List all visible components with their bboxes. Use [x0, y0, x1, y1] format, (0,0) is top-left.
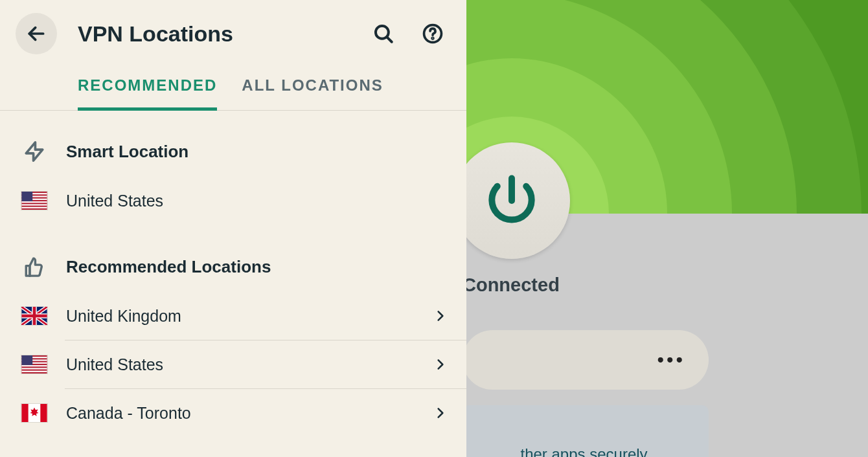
- location-name: United Kingdom: [66, 307, 433, 326]
- chevron-right-icon: [433, 357, 448, 372]
- svg-rect-25: [21, 371, 47, 372]
- svg-rect-28: [21, 404, 28, 422]
- main-app-panel: Connected ••• ther apps securely.: [466, 0, 868, 457]
- thumbs-up-icon: [21, 256, 48, 278]
- smart-location-item[interactable]: United States: [0, 177, 466, 225]
- panel-header: VPN Locations: [0, 0, 466, 65]
- svg-rect-23: [21, 365, 47, 366]
- location-item-uk[interactable]: United Kingdom: [0, 292, 466, 340]
- connection-status: Connected: [466, 274, 560, 296]
- location-item-ca[interactable]: Canada - Toronto: [0, 389, 466, 437]
- svg-rect-18: [21, 315, 47, 318]
- svg-rect-12: [21, 207, 47, 208]
- header-actions: [371, 21, 446, 47]
- locations-panel: VPN Locations RECOMMENDED ALL LOCATIONS …: [0, 0, 466, 457]
- svg-marker-5: [26, 142, 43, 161]
- chevron-right-icon: [433, 405, 448, 421]
- svg-rect-13: [21, 192, 32, 201]
- tab-all-locations[interactable]: ALL LOCATIONS: [242, 76, 383, 110]
- location-item-us[interactable]: United States: [0, 340, 466, 388]
- location-tabs: RECOMMENDED ALL LOCATIONS: [0, 65, 466, 111]
- svg-rect-26: [21, 355, 32, 365]
- flag-us-icon: [21, 355, 48, 374]
- locations-list: Smart Location United States Recommended…: [0, 111, 466, 457]
- svg-rect-29: [40, 404, 47, 422]
- svg-rect-10: [21, 201, 47, 203]
- recommended-header: Recommended Locations: [0, 241, 466, 292]
- location-name: United States: [66, 355, 433, 374]
- help-icon: [422, 23, 444, 45]
- smart-location-title: Smart Location: [66, 142, 188, 162]
- svg-point-4: [432, 38, 433, 39]
- more-options-button[interactable]: •••: [657, 349, 685, 371]
- back-arrow-icon: [26, 23, 47, 44]
- tab-recommended[interactable]: RECOMMENDED: [78, 76, 217, 111]
- location-name: Canada - Toronto: [66, 404, 433, 423]
- chevron-right-icon: [433, 308, 448, 324]
- flag-us-icon: [21, 191, 48, 210]
- recommended-title: Recommended Locations: [66, 257, 271, 277]
- flag-ca-icon: [21, 403, 48, 423]
- lightning-icon: [21, 140, 48, 162]
- location-pill[interactable]: •••: [466, 330, 709, 390]
- info-card: ther apps securely.: [466, 405, 709, 457]
- smart-location-name: United States: [66, 192, 448, 210]
- smart-location-header: Smart Location: [0, 126, 466, 177]
- flag-uk-icon: [21, 306, 48, 326]
- info-card-text: ther apps securely.: [466, 445, 709, 457]
- svg-rect-24: [21, 368, 47, 369]
- page-title: VPN Locations: [78, 21, 371, 47]
- help-button[interactable]: [420, 21, 446, 47]
- back-button[interactable]: [16, 13, 57, 54]
- search-button[interactable]: [371, 21, 396, 47]
- search-icon: [372, 23, 394, 45]
- svg-rect-11: [21, 204, 47, 205]
- svg-line-2: [387, 38, 392, 42]
- power-icon: [482, 171, 542, 230]
